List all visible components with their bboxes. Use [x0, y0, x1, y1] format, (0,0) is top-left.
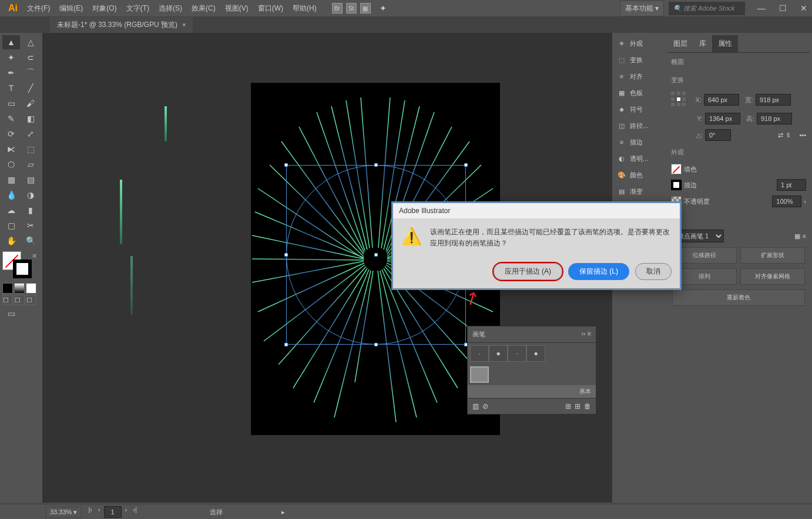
width-tool[interactable]: ⧔ [2, 142, 20, 156]
panel-stroke[interactable]: ≡描边 [615, 134, 663, 150]
bridge-icon[interactable]: Br [332, 3, 343, 14]
panel-menu-icon[interactable]: ›› ≡ [581, 330, 591, 339]
brush-swatch[interactable]: · [508, 345, 526, 362]
reference-point-grid[interactable] [671, 92, 687, 108]
opacity-input[interactable] [772, 196, 801, 207]
slice-tool[interactable]: ✂ [22, 218, 39, 232]
window-close-icon[interactable]: ✕ [798, 2, 810, 14]
pen-tool[interactable]: ✒ [2, 66, 20, 80]
eyedropper-tool[interactable]: 💧 [2, 188, 20, 202]
last-artboard-icon[interactable]: ›| [130, 506, 139, 518]
panel-gradient[interactable]: ▤渐变 [615, 183, 663, 200]
stroke-swatch-icon[interactable] [671, 180, 682, 190]
none-mode-icon[interactable] [26, 283, 36, 294]
next-artboard-icon[interactable]: › [123, 506, 130, 518]
direct-selection-tool[interactable]: △ [22, 35, 39, 49]
panel-appearance[interactable]: ☀外观 [615, 35, 663, 52]
line-tool[interactable]: ╱ [22, 81, 39, 95]
delete-brush-icon[interactable]: 🗑 [584, 402, 591, 410]
prev-artboard-icon[interactable]: ‹ [96, 506, 103, 518]
artboard-number[interactable]: 1 [104, 506, 122, 518]
stroke-swatch[interactable] [13, 260, 32, 278]
brush-remove-icon[interactable]: ⊘ [482, 402, 488, 410]
first-artboard-icon[interactable]: |‹ [86, 506, 95, 518]
cancel-button[interactable]: 取消 [635, 263, 672, 280]
gradient-tool[interactable]: ▤ [22, 173, 39, 187]
x-input[interactable] [704, 94, 739, 106]
paintbrush-tool[interactable]: 🖌 [22, 96, 39, 110]
selection-handle[interactable] [374, 163, 378, 167]
hand-tool[interactable]: ✋ [2, 234, 20, 248]
free-transform-tool[interactable]: ⬚ [22, 142, 39, 156]
brush-swatch[interactable]: · [470, 345, 489, 362]
align-pixel-button[interactable]: 对齐像素网格 [740, 268, 805, 285]
more-options-icon[interactable]: ••• [799, 132, 806, 139]
graph-tool[interactable]: ▮ [22, 203, 39, 217]
draw-behind-icon[interactable]: ◻ [14, 295, 25, 305]
shaper-tool[interactable]: ✎ [2, 112, 20, 126]
stock-icon[interactable]: St [346, 3, 357, 14]
brush-options-icon[interactable]: ⊞ [565, 402, 571, 410]
expand-shape-button[interactable]: 扩展形状 [740, 247, 805, 264]
y-input[interactable] [705, 113, 740, 124]
brush-swatch[interactable]: ● [526, 345, 545, 362]
eraser-tool[interactable]: ◧ [22, 112, 39, 126]
arrange-button[interactable]: 排列 [672, 268, 737, 285]
flip-h-icon[interactable]: ⇄ [778, 132, 783, 139]
lasso-tool[interactable]: ⊂ [22, 50, 39, 65]
keep-strokes-button[interactable]: 保留描边 (L) [568, 263, 629, 280]
panel-pathfinder[interactable]: ◫路径... [615, 117, 663, 134]
menu-effect[interactable]: 效果(C) [188, 1, 219, 16]
panel-swatches[interactable]: ▦色板 [615, 85, 663, 101]
window-maximize-icon[interactable]: ☐ [777, 2, 788, 14]
fill-swatch-icon[interactable] [671, 164, 682, 174]
menu-window[interactable]: 窗口(W) [254, 1, 287, 16]
tab-close-icon[interactable]: × [182, 21, 186, 28]
screen-mode-icon[interactable]: ▭ [2, 306, 20, 321]
selection-tool[interactable]: ▲ [2, 35, 20, 49]
stroke-weight-input[interactable] [777, 179, 806, 191]
selection-handle[interactable] [284, 343, 288, 346]
tab-libraries[interactable]: 库 [693, 35, 712, 52]
align-stroke-icon[interactable]: ≡ [803, 232, 806, 240]
type-tool[interactable]: T [2, 81, 20, 95]
zoom-tool[interactable]: 🔍 [22, 234, 39, 248]
selection-handle[interactable] [374, 343, 378, 346]
symbol-sprayer-tool[interactable]: ☁ [2, 203, 20, 217]
window-minimize-icon[interactable]: — [756, 2, 767, 14]
new-brush-icon[interactable]: ⊞ [575, 402, 581, 410]
workspace-switcher[interactable]: 基本功能 ▾ [620, 1, 664, 16]
brush-swatch-selected[interactable] [470, 366, 489, 383]
panel-transform[interactable]: ⬚变换 [615, 52, 663, 68]
panel-color[interactable]: 🎨颜色 [615, 167, 663, 183]
draw-normal-icon[interactable]: ◻ [2, 295, 13, 305]
curvature-tool[interactable]: ⌒ [22, 66, 39, 80]
gradient-mode-icon[interactable] [14, 283, 25, 294]
menu-edit[interactable]: 编辑(E) [56, 1, 86, 16]
color-mode-icon[interactable] [2, 283, 13, 294]
selection-handle[interactable] [464, 163, 468, 167]
chevron-right-icon[interactable]: › [804, 198, 806, 205]
selection-handle[interactable] [284, 163, 288, 167]
apply-to-strokes-button[interactable]: 应用于描边 (A) [494, 263, 562, 280]
tab-layers[interactable]: 图层 [667, 35, 693, 52]
scale-tool[interactable]: ⤢ [22, 127, 39, 141]
menu-view[interactable]: 视图(V) [222, 1, 252, 16]
rectangle-tool[interactable]: ▭ [2, 96, 20, 110]
menu-select[interactable]: 选择(S) [155, 1, 186, 16]
perspective-tool[interactable]: ▱ [22, 157, 39, 171]
offset-path-button[interactable]: 位移路径 [672, 247, 737, 264]
flip-v-icon[interactable]: ⥮ [786, 132, 791, 139]
magic-wand-tool[interactable]: ✦ [2, 50, 20, 65]
shape-builder-tool[interactable]: ⬡ [2, 157, 20, 171]
menu-object[interactable]: 对象(O) [89, 1, 120, 16]
menu-type[interactable]: 文字(T) [123, 1, 153, 16]
search-stock-input[interactable]: 🔍 搜索 Adobe Stock [669, 2, 745, 15]
tab-properties[interactable]: 属性 [712, 35, 738, 52]
document-tab[interactable]: 未标题-1* @ 33.33% (RGB/GPU 预览) × [50, 17, 193, 33]
mesh-tool[interactable]: ▦ [2, 173, 20, 187]
height-input[interactable] [757, 113, 792, 124]
arrange-docs-icon[interactable]: ▦ [360, 3, 371, 14]
angle-input[interactable] [705, 129, 731, 141]
draw-inside-icon[interactable]: ◻ [26, 295, 36, 305]
